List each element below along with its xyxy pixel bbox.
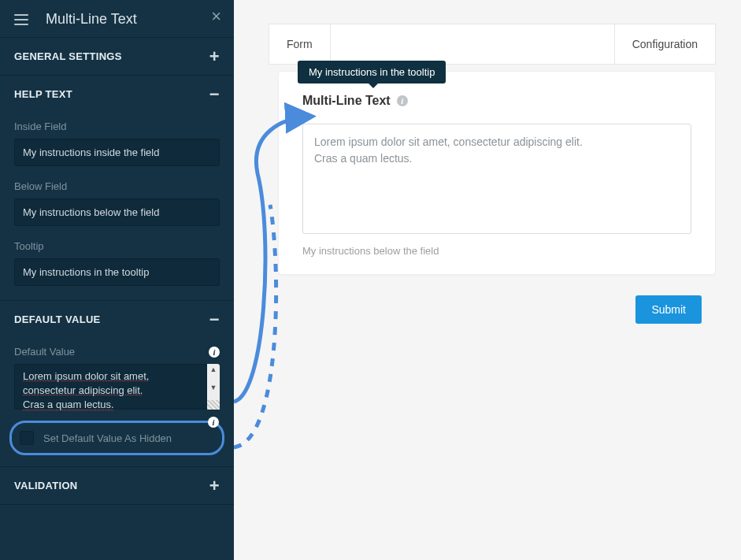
tooltip-input[interactable]	[14, 258, 220, 286]
expand-icon: +	[209, 51, 220, 62]
section-default-value[interactable]: DEFAULT VALUE −	[0, 300, 234, 338]
multiline-textarea[interactable]: Lorem ipsum dolor sit amet, consectetur …	[302, 124, 691, 234]
tooltip-label: Tooltip	[0, 232, 234, 258]
tab-label: Form	[287, 38, 313, 50]
expand-icon: +	[209, 480, 220, 491]
hidden-checkbox[interactable]	[20, 431, 34, 445]
section-label: DEFAULT VALUE	[14, 313, 101, 325]
set-default-hidden-row: i Set Default Value As Hidden	[9, 421, 224, 455]
submit-button[interactable]: Submit	[635, 295, 702, 324]
tab-form[interactable]: Form	[269, 24, 331, 64]
section-label: HELP TEXT	[14, 88, 72, 100]
hamburger-icon[interactable]	[14, 14, 28, 25]
resize-handle-icon[interactable]	[207, 400, 220, 410]
info-icon[interactable]: i	[208, 417, 219, 428]
hidden-checkbox-label: Set Default Value As Hidden	[43, 432, 172, 444]
collapse-icon: −	[209, 314, 220, 325]
submit-label: Submit	[651, 303, 686, 316]
inside-field-input[interactable]	[14, 139, 220, 166]
sidebar-header: Multi-Line Text ×	[0, 0, 234, 37]
info-icon[interactable]: i	[397, 95, 408, 106]
sidebar-title: Multi-Line Text	[46, 11, 137, 28]
main-canvas: Form Configuration My instructions in th…	[234, 0, 741, 560]
below-field-help-text: My instructions below the field	[302, 245, 691, 257]
component-title: Multi-Line Text	[302, 94, 391, 108]
close-icon[interactable]: ×	[211, 8, 221, 25]
tooltip-text: My instructions in the tooltip	[309, 66, 435, 78]
scroll-up-icon[interactable]: ▲	[210, 364, 217, 375]
textarea-scrollbar[interactable]: ▲ ▼	[207, 364, 220, 410]
tab-configuration[interactable]: Configuration	[614, 24, 715, 64]
tooltip-popover: My instructions in the tooltip	[298, 61, 446, 83]
collapse-icon: −	[209, 89, 220, 100]
section-label: VALIDATION	[14, 480, 78, 491]
scroll-down-icon[interactable]: ▼	[210, 382, 217, 393]
section-general-settings[interactable]: GENERAL SETTINGS +	[0, 37, 234, 75]
below-field-label: Below Field	[0, 172, 234, 198]
settings-sidebar: Multi-Line Text × GENERAL SETTINGS + HEL…	[0, 0, 234, 560]
inside-field-label: Inside Field	[0, 113, 234, 139]
section-validation[interactable]: VALIDATION +	[0, 466, 234, 505]
form-card: My instructions in the tooltip Multi-Lin…	[278, 71, 716, 275]
tab-label: Configuration	[632, 38, 698, 50]
default-value-textarea[interactable]: Lorem ipsum dolor sit amet, consectetur …	[14, 364, 220, 410]
default-value-label: Default Value	[14, 346, 75, 358]
section-label: GENERAL SETTINGS	[14, 50, 122, 62]
section-help-text[interactable]: HELP TEXT −	[0, 75, 234, 113]
tabbar: Form Configuration	[269, 24, 716, 65]
info-icon[interactable]: i	[209, 347, 220, 358]
below-field-input[interactable]	[14, 198, 220, 226]
